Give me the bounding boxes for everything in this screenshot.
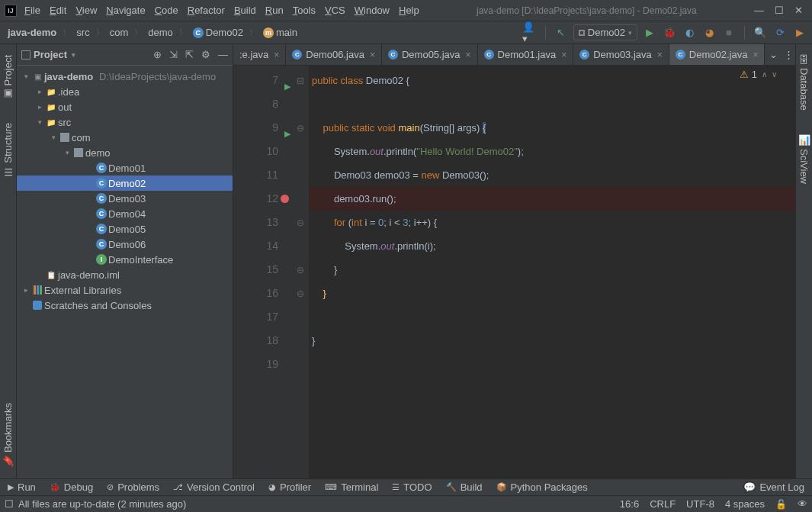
bottom-build[interactable]: 🔨Build <box>446 481 483 493</box>
code-area[interactable]: 7▶89▶10111213141516171819 ⊟⊖⊖⊖⊖ public c… <box>233 66 795 478</box>
tree-demo[interactable]: ▾demo <box>17 145 233 160</box>
menu-tools[interactable]: Tools <box>288 3 320 18</box>
ide-scripting-icon[interactable]: ▶ <box>792 25 807 40</box>
fold-toggle-icon[interactable]: ⊖ <box>292 116 309 140</box>
tab-close-icon[interactable]: × <box>561 50 566 60</box>
inspect-prev-icon[interactable]: ∧ <box>762 70 767 79</box>
breakpoint-icon[interactable] <box>281 195 289 203</box>
tab-ejava[interactable]: :e.java× <box>233 44 286 65</box>
menu-file[interactable]: File <box>20 3 45 18</box>
bottom-todo[interactable]: ☰TODO <box>392 481 432 493</box>
tree-src[interactable]: ▾📁src <box>17 114 233 130</box>
menu-vcs[interactable]: VCS <box>320 3 350 18</box>
code-lines[interactable]: public class Demo02 { public static void… <box>309 66 795 478</box>
tab-more-icon[interactable]: ⋮ <box>784 49 794 60</box>
crumb-src[interactable]: src <box>73 26 92 39</box>
menu-window[interactable]: Window <box>350 3 394 18</box>
inspect-next-icon[interactable]: ∨ <box>772 70 777 79</box>
bottom-python-packages[interactable]: 📦Python Packages <box>496 481 588 493</box>
fold-toggle-icon[interactable]: ⊖ <box>292 258 309 282</box>
tool-tab-sciview[interactable]: 📊SciView <box>797 129 811 188</box>
tab-close-icon[interactable]: × <box>466 50 471 60</box>
expand-all-icon[interactable]: ⇲ <box>169 49 178 60</box>
tab-close-icon[interactable]: × <box>370 50 375 60</box>
menu-edit[interactable]: Edit <box>45 3 71 18</box>
tab-close-icon[interactable]: × <box>753 50 758 60</box>
bottom-run[interactable]: ▶Run <box>8 481 36 493</box>
fold-gutter[interactable]: ⊟⊖⊖⊖⊖ <box>292 66 309 478</box>
tab-demo03java[interactable]: CDemo03.java× <box>573 44 669 65</box>
tree-file-demo04[interactable]: CDemo04 <box>17 206 233 221</box>
mem-indicator-icon[interactable]: 👁 <box>798 498 807 510</box>
tab-demo06java[interactable]: CDemo06.java× <box>286 44 382 65</box>
tab-dropdown-icon[interactable]: ⌄ <box>769 49 778 60</box>
run-config-selector[interactable]: Demo02▾ <box>573 24 637 40</box>
crumb-project[interactable]: java-demo <box>5 26 59 39</box>
line-gutter[interactable]: 7▶89▶10111213141516171819 <box>233 66 292 478</box>
menu-build[interactable]: Build <box>229 3 261 18</box>
status-icon[interactable]: ☐ <box>5 498 14 510</box>
fold-toggle-icon[interactable]: ⊟ <box>292 69 309 92</box>
tab-demo01java[interactable]: CDemo01.java× <box>478 44 574 65</box>
bottom-debug[interactable]: 🐞Debug <box>50 481 93 493</box>
bottom-profiler[interactable]: ◕Profiler <box>268 481 311 493</box>
sync-icon[interactable]: ⟳ <box>772 25 788 40</box>
tool-tab-project[interactable]: ▣Project <box>1 50 15 105</box>
crumb-demo[interactable]: demo <box>145 26 176 39</box>
tree-scratches[interactable]: Scratches and Consoles <box>17 298 233 313</box>
project-tree[interactable]: ▾▣java-demo D:\IdeaProjects\java-demo ▸📁… <box>17 66 233 478</box>
event-log[interactable]: 💬Event Log <box>743 481 804 493</box>
tree-idea[interactable]: ▸📁.idea <box>17 84 233 99</box>
tree-root[interactable]: ▾▣java-demo D:\IdeaProjects\java-demo <box>17 69 233 84</box>
coverage-button[interactable]: ◐ <box>682 25 697 40</box>
bottom-problems[interactable]: ⊘Problems <box>107 481 159 493</box>
debug-button[interactable]: 🐞 <box>662 25 677 40</box>
select-opened-icon[interactable]: ⊕ <box>153 49 162 60</box>
tree-file-demo03[interactable]: CDemo03 <box>17 191 233 206</box>
crumb-com[interactable]: com <box>107 26 132 39</box>
tree-out[interactable]: ▸📁out <box>17 99 233 114</box>
line-separator[interactable]: CRLF <box>650 498 676 510</box>
menu-help[interactable]: Help <box>394 3 424 18</box>
tree-file-demo01[interactable]: CDemo01 <box>17 160 233 175</box>
tab-demo05java[interactable]: CDemo05.java× <box>382 44 478 65</box>
tab-close-icon[interactable]: × <box>274 50 279 60</box>
tree-com[interactable]: ▾com <box>17 130 233 145</box>
tool-tab-structure[interactable]: ☰Structure <box>1 118 15 182</box>
tree-iml[interactable]: 📋java-demo.iml <box>17 267 233 282</box>
menu-code[interactable]: Code <box>150 3 183 18</box>
encoding[interactable]: UTF-8 <box>686 498 714 510</box>
close-icon[interactable]: ✕ <box>794 5 803 16</box>
user-icon[interactable]: 👤▾ <box>522 25 538 40</box>
tab-demo02java[interactable]: CDemo02.java× <box>669 44 765 65</box>
fold-toggle-icon[interactable]: ⊖ <box>292 211 309 234</box>
maximize-icon[interactable]: ☐ <box>775 5 784 16</box>
project-panel-title[interactable]: Project▾ <box>21 49 75 60</box>
bottom-version-control[interactable]: ⎇Version Control <box>173 481 255 493</box>
tool-tab-bookmarks[interactable]: 🔖Bookmarks <box>1 398 15 472</box>
tree-file-demo02[interactable]: CDemo02 <box>17 175 233 191</box>
make-icon[interactable]: ↖ <box>554 25 569 40</box>
readonly-lock-icon[interactable]: 🔓 <box>775 499 787 510</box>
tree-file-demo05[interactable]: CDemo05 <box>17 221 233 237</box>
inspection-indicator[interactable]: ⚠1 ∧∨ <box>740 69 777 80</box>
profile-button[interactable]: ◕ <box>701 25 717 40</box>
menu-run[interactable]: Run <box>261 3 288 18</box>
search-icon[interactable]: 🔍 <box>753 25 768 40</box>
stop-button[interactable]: ■ <box>721 25 737 40</box>
tree-file-demo06[interactable]: CDemo06 <box>17 237 233 252</box>
bottom-terminal[interactable]: ⌨Terminal <box>325 481 378 493</box>
tree-external-libs[interactable]: ▸External Libraries <box>17 282 233 298</box>
tree-file-demointerface[interactable]: IDemoInterface <box>17 252 233 267</box>
tool-tab-database[interactable]: 🗄Database <box>797 50 811 115</box>
tab-close-icon[interactable]: × <box>657 50 663 60</box>
panel-hide-icon[interactable]: — <box>218 49 228 60</box>
menu-refactor[interactable]: Refactor <box>183 3 229 18</box>
crumb-method[interactable]: mmain <box>260 26 300 39</box>
panel-settings-icon[interactable]: ⚙ <box>201 49 210 60</box>
menu-navigate[interactable]: Navigate <box>101 3 149 18</box>
menu-view[interactable]: View <box>71 3 101 18</box>
cursor-position[interactable]: 16:6 <box>620 498 639 510</box>
crumb-class[interactable]: CDemo02 <box>190 26 246 39</box>
fold-toggle-icon[interactable]: ⊖ <box>292 282 309 305</box>
